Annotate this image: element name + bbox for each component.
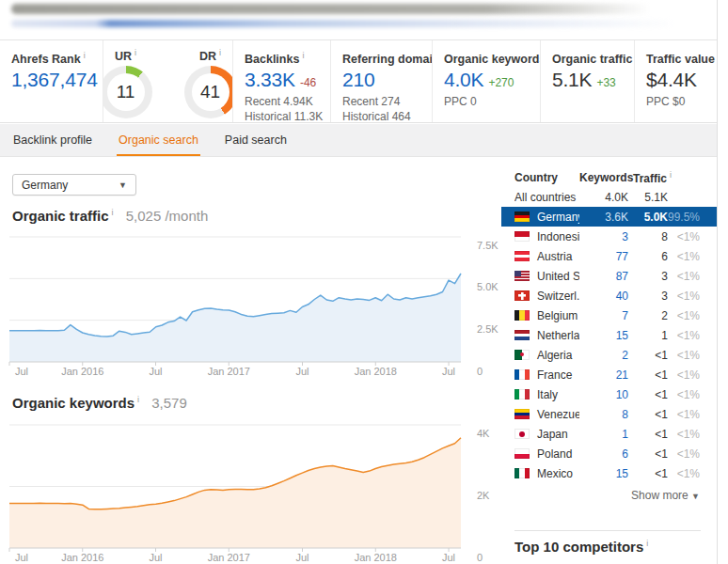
country-row-id[interactable]: Indonesia38<1% bbox=[501, 227, 717, 246]
metric-label: Referring domainsi bbox=[342, 51, 424, 66]
organic-traffic-chart[interactable]: JulJan 2016JulJan 2017JulJan 2018Jul02.5… bbox=[9, 237, 502, 380]
country-row-de[interactable]: Germany3.6K5.0K99.5% bbox=[501, 207, 717, 227]
info-icon: i bbox=[112, 208, 114, 217]
svg-text:7.5K: 7.5K bbox=[477, 240, 499, 251]
ur-ring: 11 bbox=[103, 66, 152, 118]
dr-ring: 41 bbox=[184, 66, 234, 118]
metric-ur-dr: URi 11 DRi 41 bbox=[103, 40, 233, 122]
chevron-down-icon: ▼ bbox=[691, 492, 700, 501]
svg-text:2K: 2K bbox=[477, 490, 490, 501]
svg-text:Jul: Jul bbox=[442, 552, 455, 563]
organic-keywords-value[interactable]: 4.0K bbox=[444, 69, 483, 90]
col-traffic: Traffici bbox=[628, 170, 672, 185]
countries-header: Country Keywords Traffici bbox=[501, 167, 717, 187]
metric-label: Backlinksi bbox=[245, 51, 323, 66]
ur-gauge: URi 11 bbox=[103, 48, 152, 122]
organic-keywords-ppc: PPC 0 bbox=[444, 94, 532, 109]
info-icon: i bbox=[84, 51, 86, 60]
col-keywords: Keywords bbox=[579, 171, 628, 184]
country-row-mx[interactable]: Mexico15<1<1% bbox=[501, 463, 717, 483]
svg-text:Jul: Jul bbox=[149, 552, 162, 563]
svg-text:Jan 2018: Jan 2018 bbox=[355, 366, 397, 377]
organic-traffic-value: 5.1K bbox=[552, 69, 592, 90]
scroll-gutter bbox=[717, 0, 718, 564]
ahrefs-rank-value[interactable]: 1,367,474 bbox=[11, 66, 95, 94]
ur-label: URi bbox=[115, 48, 136, 63]
metric-label: Traffic valuei bbox=[646, 51, 709, 66]
tab-backlink-profile[interactable]: Backlink profile bbox=[11, 124, 94, 156]
ahrefs-site-explorer: Ahrefs Ranki 1,367,474 URi 11 DRi 41 Bac… bbox=[0, 0, 728, 564]
organic-traffic-delta: +33 bbox=[596, 76, 615, 89]
dz-flag-icon bbox=[514, 350, 530, 360]
country-row-at[interactable]: Austria776<1% bbox=[501, 246, 717, 266]
chart-value: 3,579 bbox=[151, 395, 187, 411]
metric-traffic-value: Traffic valuei $4.4K PPC $0 bbox=[635, 40, 717, 122]
report-tabs: Backlink profile Organic search Paid sea… bbox=[0, 124, 717, 157]
show-more-button[interactable]: Show more ▼ bbox=[501, 485, 717, 506]
svg-text:Jul: Jul bbox=[15, 366, 28, 377]
de-flag-icon bbox=[514, 212, 530, 222]
it-flag-icon bbox=[514, 389, 530, 400]
ve-flag-icon bbox=[514, 409, 530, 419]
svg-text:4K: 4K bbox=[477, 428, 490, 439]
metric-organic-keywords: Organic keywordsi 4.0K+270 PPC 0 bbox=[433, 40, 541, 122]
country-dropdown[interactable]: Germany ▼ bbox=[12, 174, 136, 196]
organic-keywords-chart[interactable]: JulJan 2016JulJan 2017JulJan 2018Jul02K4… bbox=[9, 425, 502, 564]
country-row-ch[interactable]: Switzerl...403<1% bbox=[501, 286, 717, 306]
metrics-bar: Ahrefs Ranki 1,367,474 URi 11 DRi 41 Bac… bbox=[0, 39, 717, 123]
info-icon: i bbox=[137, 395, 139, 404]
jp-flag-icon bbox=[514, 429, 530, 439]
fr-flag-icon bbox=[514, 369, 530, 380]
country-row-jp[interactable]: Japan1<1<1% bbox=[501, 424, 717, 444]
svg-text:Jan 2016: Jan 2016 bbox=[61, 552, 103, 563]
chart-title: Organic keywords bbox=[12, 395, 135, 411]
country-row-pl[interactable]: Poland6<1<1% bbox=[501, 444, 717, 463]
organic-keywords-delta: +270 bbox=[488, 76, 514, 89]
backlinks-recent: Recent 4.94K bbox=[245, 94, 323, 109]
country-row-dz[interactable]: Algeria2<1<1% bbox=[501, 345, 717, 365]
traffic-value-value: $4.4K bbox=[646, 66, 709, 94]
pl-flag-icon bbox=[514, 448, 530, 459]
svg-text:Jan 2017: Jan 2017 bbox=[208, 552, 250, 563]
tab-organic-search[interactable]: Organic search bbox=[117, 124, 200, 156]
dr-gauge: DRi 41 bbox=[184, 48, 234, 122]
info-icon: i bbox=[302, 51, 304, 60]
svg-text:5.0K: 5.0K bbox=[477, 281, 499, 292]
backlinks-delta: -46 bbox=[300, 76, 316, 89]
metric-backlinks: Backlinksi 3.33K-46 Recent 4.94K Histori… bbox=[233, 40, 331, 122]
dr-label: DRi bbox=[199, 48, 221, 63]
svg-text:Jul: Jul bbox=[149, 366, 162, 377]
referring-domains-value[interactable]: 210 bbox=[342, 66, 424, 94]
country-row-ve[interactable]: Venezuela8<1<1% bbox=[501, 404, 717, 424]
backlinks-historical: Historical 11.3K bbox=[245, 109, 323, 122]
dr-value: 41 bbox=[192, 73, 229, 111]
country-row-us[interactable]: United S...873<1% bbox=[501, 266, 717, 286]
traffic-value-ppc: PPC $0 bbox=[646, 94, 709, 109]
country-row-fr[interactable]: France21<1<1% bbox=[501, 365, 717, 384]
svg-text:Jul: Jul bbox=[295, 552, 309, 563]
ch-flag-icon bbox=[514, 290, 530, 301]
all-countries-row[interactable]: All countries 4.0K 5.1K bbox=[501, 187, 717, 207]
metric-label: Organic keywordsi bbox=[444, 51, 532, 66]
svg-text:0: 0 bbox=[477, 366, 483, 377]
svg-text:2.5K: 2.5K bbox=[477, 323, 499, 335]
chart-title: Organic traffic bbox=[12, 208, 109, 224]
chevron-down-icon: ▼ bbox=[119, 180, 127, 190]
backlinks-value[interactable]: 3.33K bbox=[245, 69, 295, 90]
country-row-nl[interactable]: Netherla...151<1% bbox=[501, 325, 717, 345]
redacted-address-bar bbox=[11, 20, 715, 27]
info-icon: i bbox=[135, 48, 136, 57]
svg-text:Jan 2018: Jan 2018 bbox=[355, 552, 397, 563]
mx-flag-icon bbox=[514, 468, 530, 478]
country-row-be[interactable]: Belgium72<1% bbox=[501, 306, 717, 325]
svg-text:Jan 2017: Jan 2017 bbox=[208, 366, 250, 377]
info-icon: i bbox=[646, 539, 648, 548]
organic-traffic-heading: Organic traffici 5,025 /month bbox=[12, 208, 208, 224]
referring-historical: Historical 464 bbox=[342, 109, 424, 122]
nl-flag-icon bbox=[514, 330, 530, 340]
country-row-it[interactable]: Italy10<1<1% bbox=[501, 384, 717, 404]
tab-paid-search[interactable]: Paid search bbox=[223, 124, 289, 156]
organic-keywords-heading: Organic keywordsi 3,579 bbox=[12, 395, 187, 411]
competitors-title: Top 10 competitorsi bbox=[501, 539, 717, 555]
metric-label: Ahrefs Ranki bbox=[11, 51, 95, 66]
